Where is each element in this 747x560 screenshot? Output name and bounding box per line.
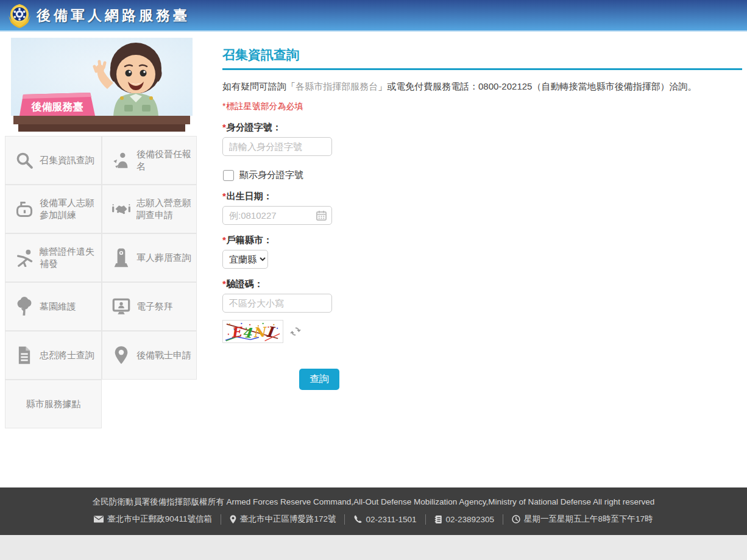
sidebar-item-label: 離營證件遺失補發 [40, 246, 96, 271]
show-id-row: 顯示身分證字號 [222, 169, 742, 181]
county-label: *戶籍縣市： [222, 235, 742, 246]
footer-copyright: 全民防衛動員署後備指揮部版權所有 Armed Forces Reserve Co… [0, 497, 747, 508]
query-button[interactable]: 查詢 [299, 369, 339, 390]
military-emblem-icon [6, 2, 33, 28]
page-title: 召集資訊查詢 [222, 46, 742, 63]
site-header: 後備軍人網路服務臺 [0, 0, 747, 32]
sidebar-item-lost-id-reissue[interactable]: 離營證件遺失補發 [5, 233, 102, 282]
footer-phone: 02-2311-1501 [345, 515, 425, 524]
sidebar-item-label: 後備軍人志願參加訓練 [40, 197, 96, 222]
sidebar-item-enlistment-survey[interactable]: 志願入營意願調查申請 [102, 185, 197, 233]
sidebar-menu: 召集資訊查詢 後備役晉任報名 後備軍人志願參加訓練 [5, 136, 197, 428]
main-content: 召集資訊查詢 如有疑問可諮詢「各縣市指揮部服務台」或電免付費服務電話：0800-… [197, 37, 742, 458]
captcha-text: E4NI [231, 323, 274, 341]
site-footer: 全民防衛動員署後備指揮部版權所有 Armed Forces Reserve Co… [0, 487, 747, 535]
footer-address: 臺北市中正區博愛路172號 [221, 514, 345, 525]
sidebar-item-label: 縣市服務據點 [26, 398, 81, 410]
county-command-service-link[interactable]: 各縣市指揮部服務台 [296, 81, 378, 91]
intro-text: 如有疑問可諮詢「各縣市指揮部服務台」或電免付費服務電話：0800-202125（… [222, 81, 742, 93]
svg-text:後備服務臺: 後備服務臺 [31, 101, 83, 113]
sidebar-item-promotion-signup[interactable]: 後備役晉任報名 [102, 136, 197, 185]
sidebar-item-label: 志願入營意願調查申請 [136, 197, 191, 222]
footer-pobox: 臺北市中正郵政90411號信箱 [85, 514, 221, 525]
county-select[interactable]: 宜蘭縣 [222, 250, 268, 269]
captcha-input[interactable] [222, 294, 332, 313]
page: 後備軍人網路服務臺 [0, 0, 747, 535]
footer-hours: 星期一至星期五上午8時至下午17時 [503, 514, 662, 525]
sidebar-item-reserve-warrior-apply[interactable]: 後備戰士申請 [102, 331, 197, 380]
sidebar-item-call-up-query[interactable]: 召集資訊查詢 [5, 136, 102, 185]
handshake-icon [111, 199, 132, 219]
sidebar-item-label: 電子祭拜 [136, 300, 173, 313]
envelope-icon [94, 516, 104, 523]
sidebar-item-military-burial-query[interactable]: 軍人葬厝查詢 [102, 233, 197, 282]
monument-icon [111, 247, 132, 268]
sidebar-item-label: 墓園維護 [40, 300, 76, 313]
tree-icon [14, 296, 35, 317]
mailbox-icon [14, 199, 35, 219]
document-icon [14, 345, 35, 366]
sidebar-item-cemetery-maintenance[interactable]: 墓園維護 [5, 282, 102, 331]
show-id-checkbox[interactable] [223, 170, 234, 181]
phone-icon [353, 515, 362, 523]
calendar-icon[interactable] [316, 210, 327, 221]
id-number-label: *身分證字號： [222, 122, 742, 133]
sidebar-item-electronic-worship[interactable]: 電子祭拜 [102, 282, 197, 331]
id-number-input[interactable] [222, 137, 332, 156]
title-rule [222, 68, 742, 70]
sidebar-item-volunteer-training[interactable]: 後備軍人志願參加訓練 [5, 185, 102, 233]
person-star-icon [111, 150, 132, 171]
captcha-refresh-button[interactable] [289, 325, 302, 338]
sidebar: 後備服務臺 召集資訊查詢 後備役晉任報名 [5, 37, 197, 458]
birth-date-label: *出生日期： [222, 191, 742, 202]
running-person-icon [14, 247, 35, 268]
sidebar-item-label: 召集資訊查詢 [40, 154, 94, 166]
sidebar-item-label: 後備戰士申請 [136, 349, 191, 361]
sidebar-item-county-service-locations[interactable]: 縣市服務據點 [5, 380, 102, 428]
search-icon [14, 150, 35, 171]
sidebar-item-label: 後備役晉任報名 [136, 148, 191, 173]
captcha-image: E4NI [222, 320, 283, 343]
fax-icon [434, 515, 442, 524]
clock-icon [512, 515, 520, 523]
required-note: *標註星號部分為必填 [222, 101, 742, 112]
show-id-label[interactable]: 顯示身分證字號 [239, 169, 303, 181]
captcha-row: E4NI [222, 320, 742, 343]
sidebar-item-label: 軍人葬厝查詢 [136, 252, 191, 264]
sidebar-item-martyrs-query[interactable]: 忠烈將士查詢 [5, 331, 102, 380]
footer-contact-row: 臺北市中正郵政90411號信箱 臺北市中正區博愛路172號 02-2311-15… [0, 514, 747, 525]
monitor-icon [111, 296, 132, 317]
site-title: 後備軍人網路服務臺 [37, 6, 190, 25]
birth-date-input[interactable] [222, 206, 332, 225]
sidebar-item-label: 忠烈將士查詢 [40, 349, 94, 361]
location-pin-icon [230, 515, 236, 524]
service-desk-illustration: 後備服務臺 [5, 37, 197, 136]
birth-date-field [222, 206, 332, 225]
content: 後備服務臺 召集資訊查詢 後備役晉任報名 [0, 32, 747, 458]
footer-fax: 02-23892305 [426, 515, 503, 524]
map-pin-icon [111, 345, 132, 366]
captcha-label: *驗證碼： [222, 278, 742, 290]
